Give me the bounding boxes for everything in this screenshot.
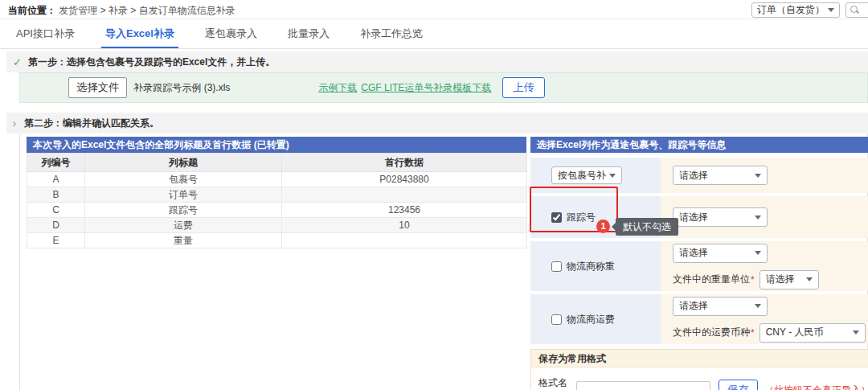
tab-import-excel[interactable]: 导入Excel补录: [101, 19, 178, 48]
chevron-down-icon: [755, 216, 761, 220]
cell-first-row-data: 10: [282, 218, 527, 233]
required-mark: *: [751, 327, 755, 339]
mapping-row-fee: 物流商运费 请选择 文件中的运费币种* CNY - 人民币: [530, 294, 868, 344]
chevron-right-icon: ›: [13, 117, 16, 130]
carrier-fee-checkbox[interactable]: [551, 314, 562, 325]
step2-title: 第二步：编辑并确认匹配关系。: [24, 117, 159, 130]
tracking-column-select-value: 请选择: [679, 211, 751, 224]
required-mark: *: [751, 274, 755, 285]
table-header-row: 列编号 列标题 首行数据: [27, 154, 527, 172]
weight-unit-label: 文件中的重量单位: [673, 273, 750, 286]
fee-currency-select-value: CNY - 人民币: [766, 326, 850, 339]
carrier-weight-checkbox-label: 物流商称重: [567, 260, 615, 273]
column-mapping-panel-title: 选择Excel列作为通途包裹号、跟踪号等信息: [530, 137, 868, 153]
format-name-input[interactable]: [576, 381, 710, 390]
weight-unit-select-value: 请选择: [766, 273, 803, 286]
cell-column-id: B: [27, 187, 85, 203]
cell-column-title: 运费: [85, 218, 282, 233]
format-name-label: 格式名称: [538, 376, 570, 390]
template-download-link[interactable]: CGF LITE运单号补录模板下载: [361, 81, 491, 95]
package-column-select-value: 请选择: [679, 169, 751, 183]
search-input[interactable]: [845, 2, 868, 18]
selected-file-name: 补录跟踪号示例 (3).xls: [133, 81, 230, 95]
table-row: C 跟踪号 123456: [27, 203, 527, 218]
cell-first-row-data: 123456: [282, 203, 527, 218]
chevron-down-icon: [609, 174, 616, 178]
chevron-down-icon: [755, 251, 761, 255]
carrier-weight-checkbox[interactable]: [551, 261, 562, 272]
mapping-row-weight: 物流商称重 请选择 文件中的重量单位* 请选择: [530, 241, 868, 291]
check-icon: ✓: [13, 56, 22, 68]
sample-download-link[interactable]: 示例下载: [318, 81, 357, 95]
breadcrumb-path[interactable]: 发货管理 > 补录 > 自发订单物流信息补录: [59, 5, 235, 16]
carrier-fee-checkbox-label: 物流商运费: [567, 313, 615, 326]
tab-batch-entry[interactable]: 批量录入: [284, 19, 334, 48]
step1-header[interactable]: ✓ 第一步：选择包含包裹号及跟踪号的Excel文件，并上传。: [6, 51, 868, 72]
table-row: B 订单号: [27, 187, 527, 203]
cell-column-title: 包裹号: [85, 172, 282, 187]
step1-title: 第一步：选择包含包裹号及跟踪号的Excel文件，并上传。: [28, 55, 275, 69]
excel-columns-table: 本次导入的Excel文件包含的全部列标题及首行数据 (已转置) 列编号 列标题 …: [27, 137, 526, 248]
supplement-mode-select[interactable]: 按包裹号补录: [551, 166, 622, 184]
excel-columns-table-title: 本次导入的Excel文件包含的全部列标题及首行数据 (已转置): [27, 137, 526, 153]
weight-unit-select[interactable]: 请选择: [760, 270, 819, 289]
mapping-row-tracking: 跟踪号 请选择: [530, 196, 868, 238]
fee-currency-select[interactable]: CNY - 人民币: [760, 323, 866, 343]
save-button[interactable]: 保存: [719, 380, 758, 390]
annotation-tooltip: 默认不勾选: [616, 218, 678, 236]
top-bar: 当前位置： 发货管理 > 补录 > 自发订单物流信息补录 订单（自发货）: [0, 0, 868, 19]
chevron-down-icon: [755, 304, 761, 308]
step1-upload-panel: 选择文件 补录跟踪号示例 (3).xls 示例下载 CGF LITE运单号补录模…: [19, 72, 868, 103]
chevron-down-icon: [853, 330, 859, 335]
column-mapping-panel: 选择Excel列作为通途包裹号、跟踪号等信息 按包裹号补录 请选择 跟踪号 请选…: [530, 137, 868, 390]
cell-first-row-data: [282, 187, 527, 203]
step2-header[interactable]: › 第二步：编辑并确认匹配关系。: [6, 113, 868, 133]
tooltip-arrow-icon: [612, 223, 616, 231]
save-format-section: 保存为常用格式 格式名称 保存 （此按钮不会真正导入）: [530, 349, 868, 390]
breadcrumb: 当前位置： 发货管理 > 补录 > 自发订单物流信息补录: [8, 4, 235, 18]
save-format-title: 保存为常用格式: [531, 350, 868, 367]
choose-file-button[interactable]: 选择文件: [68, 77, 127, 98]
cell-column-id: D: [27, 218, 85, 233]
tracking-checkbox-label: 跟踪号: [567, 211, 596, 224]
cell-column-title: 跟踪号: [85, 203, 282, 218]
annotation-badge: 1: [596, 220, 610, 233]
table-row: D 运费 10: [27, 218, 527, 233]
col-header-column-id: 列编号: [27, 154, 85, 172]
package-column-select[interactable]: 请选择: [673, 166, 768, 185]
tab-api-supplement[interactable]: API接口补录: [12, 19, 79, 48]
upload-button[interactable]: 上传: [502, 77, 545, 98]
annotation-tooltip-text: 默认不勾选: [623, 220, 671, 234]
tab-bar: API接口补录 导入Excel补录 逐包裹录入 批量录入 补录工作总览: [0, 19, 868, 49]
fee-currency-label: 文件中的运费币种: [673, 326, 750, 339]
cell-first-row-data: P02843880: [282, 172, 527, 187]
col-header-column-title: 列标题: [85, 154, 282, 172]
tracking-column-select[interactable]: 请选择: [673, 207, 768, 227]
weight-column-select[interactable]: 请选择: [673, 244, 768, 263]
cell-column-id: C: [27, 203, 85, 218]
order-type-select[interactable]: 订单（自发货）: [751, 2, 840, 18]
cell-first-row-data: [282, 233, 527, 248]
tab-per-package-entry[interactable]: 逐包裹录入: [201, 19, 261, 48]
tracking-checkbox[interactable]: [551, 212, 562, 223]
mapping-row-package: 按包裹号补录 请选择: [530, 158, 868, 193]
table-row: E 重量: [27, 233, 527, 248]
cell-column-title: 重量: [85, 233, 282, 248]
fee-column-select[interactable]: 请选择: [673, 297, 768, 316]
supplement-mode-select-value: 按包裹号补录: [558, 169, 606, 183]
tab-supplement-overview[interactable]: 补录工作总览: [356, 19, 427, 48]
table-row: A 包裹号 P02843880: [27, 172, 527, 187]
cell-column-id: E: [27, 233, 85, 248]
weight-column-select-value: 请选择: [679, 246, 751, 260]
cell-column-title: 订单号: [85, 187, 282, 203]
save-note: （此按钮不会真正导入）: [764, 384, 868, 390]
chevron-down-icon: [828, 8, 834, 12]
search-icon: [850, 6, 859, 14]
chevron-down-icon: [806, 277, 813, 281]
cell-column-id: A: [27, 172, 85, 187]
col-header-first-row-data: 首行数据: [282, 154, 527, 172]
order-type-select-value: 订单（自发货）: [757, 3, 825, 17]
fee-column-select-value: 请选择: [679, 299, 751, 313]
breadcrumb-label: 当前位置：: [8, 5, 56, 16]
chevron-down-icon: [755, 174, 761, 178]
